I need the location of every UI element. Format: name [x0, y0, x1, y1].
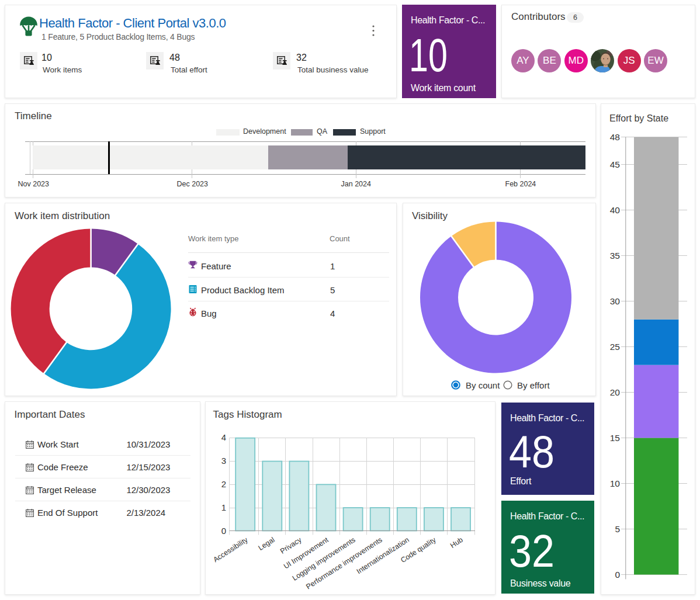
svg-text:1: 1 [221, 502, 226, 512]
svg-text:10: 10 [610, 478, 621, 488]
svg-text:4: 4 [221, 432, 226, 442]
svg-text:35: 35 [610, 251, 620, 261]
svg-text:Legal: Legal [257, 536, 276, 552]
svg-text:3: 3 [221, 456, 226, 466]
svg-text:Accessibility: Accessibility [212, 535, 249, 564]
svg-text:30: 30 [610, 296, 621, 306]
svg-text:20: 20 [610, 387, 621, 397]
svg-text:48: 48 [610, 132, 620, 142]
svg-text:2: 2 [221, 479, 226, 489]
svg-text:40: 40 [610, 205, 621, 215]
svg-text:0: 0 [221, 526, 226, 536]
svg-text:15: 15 [610, 433, 620, 443]
svg-text:Hub: Hub [449, 536, 465, 550]
svg-text:25: 25 [610, 342, 620, 352]
svg-text:45: 45 [610, 159, 620, 169]
svg-text:0: 0 [615, 570, 620, 580]
svg-text:5: 5 [615, 524, 620, 534]
